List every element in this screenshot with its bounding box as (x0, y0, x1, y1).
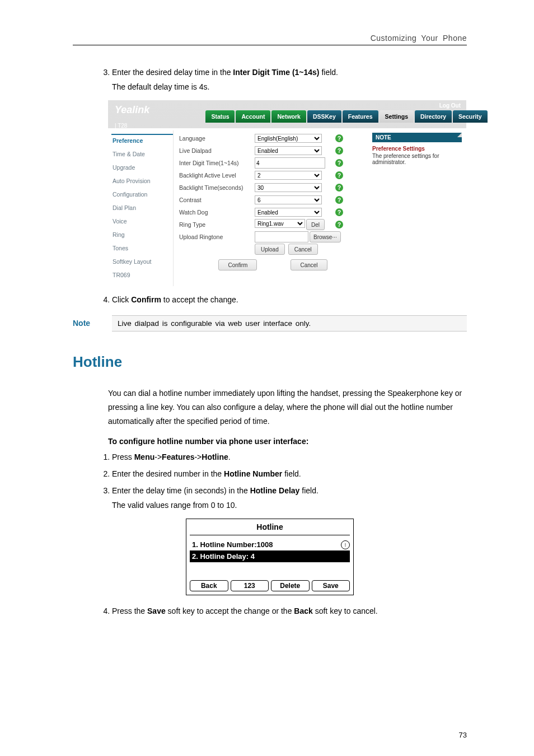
step3-sub: The default delay time is 4s. (112, 82, 467, 91)
sidebar-item-configuration[interactable]: Configuration (111, 189, 173, 200)
sidebar-item-auto-provision[interactable]: Auto Provision (111, 175, 173, 186)
help-icon[interactable]: ? (335, 159, 343, 167)
language-select[interactable]: English(English) (255, 134, 322, 143)
help-icon[interactable]: ? (335, 196, 343, 204)
tab-directory[interactable]: Directory (415, 110, 452, 123)
settings-main: Language English(English) ? Live Dialpad… (174, 130, 369, 286)
s2-post: field. (282, 469, 301, 478)
help-icon[interactable]: ? (335, 134, 343, 142)
s1-b2: Features (162, 452, 194, 461)
section-paragraph: You can dial a hotline number immediatel… (108, 386, 467, 429)
s3-sub: The valid values range from 0 to 10. (112, 501, 467, 510)
tab-account[interactable]: Account (236, 110, 270, 123)
contrast-select[interactable]: 6 (255, 195, 322, 204)
tab-dsskey[interactable]: DSSKey (307, 110, 341, 123)
sidebar-item-time-date[interactable]: Time & Date (111, 148, 173, 160)
sidebar-item-softkey-layout[interactable]: Softkey Layout (111, 256, 173, 267)
confirm-button[interactable]: Confirm (218, 259, 257, 270)
device-title: Hotline (190, 522, 350, 535)
sidebar-item-tr069[interactable]: TR069 (111, 269, 173, 281)
brand-model: T28 (118, 123, 127, 129)
ringtype-select[interactable]: Ring1.wav (255, 219, 305, 228)
upload-ringtone-path[interactable] (255, 231, 308, 242)
help-icon[interactable]: ? (335, 208, 343, 216)
step-4: Click Confirm to accept the change. (112, 295, 467, 304)
s3-post: field. (299, 486, 318, 495)
s2-b: Hotline Number (224, 469, 282, 478)
step3-post: field. (320, 68, 338, 77)
hotline-step-4: Press the Save soft key to accept the ch… (112, 606, 467, 615)
backlight-active-select[interactable]: 2 (255, 171, 322, 180)
watchdog-select[interactable]: Enabled (255, 208, 322, 217)
scroll-icon: ↕ (341, 540, 350, 549)
softkey-123[interactable]: 123 (231, 580, 269, 591)
softkey-save[interactable]: Save (312, 580, 350, 591)
tab-security[interactable]: Security (453, 110, 487, 123)
sidebar-item-ring[interactable]: Ring (111, 229, 173, 240)
inter-digit-input[interactable] (255, 157, 325, 169)
hotline-step-3: Enter the delay time (in seconds) in the… (112, 486, 467, 510)
tabs: Status Account Network DSSKey Features S… (205, 110, 487, 123)
s3-b: Hotline Delay (250, 486, 300, 495)
ringtype-label: Ring Type (179, 221, 255, 228)
help-icon[interactable]: ? (335, 221, 343, 228)
help-icon[interactable]: ? (335, 147, 343, 155)
note-bar: Note Live dialpad is configurable via we… (73, 315, 467, 331)
right-note-panel: NOTE Preference Settings The preference … (369, 130, 466, 286)
contrast-label: Contrast (179, 197, 255, 203)
upload-button[interactable]: Upload (255, 244, 285, 255)
tab-network[interactable]: Network (271, 110, 306, 123)
steps-list-upper: Enter the desired delay time in the Inte… (112, 68, 467, 91)
s1-mid2: -> (194, 452, 202, 461)
hotline-step-2: Enter the desired number in the Hotline … (112, 469, 467, 478)
page-header-text: Customizing Your Phone (371, 34, 467, 43)
live-dialpad-label: Live Dialpad (179, 147, 255, 154)
s1-post: . (228, 452, 231, 461)
softkey-delete[interactable]: Delete (271, 580, 310, 591)
live-dialpad-select[interactable]: Enabled (255, 146, 322, 155)
s3-pre: Enter the delay time (in seconds) in the (112, 486, 250, 495)
sidebar-item-dial-plan[interactable]: Dial Plan (111, 202, 173, 213)
s4-b1: Save (147, 606, 166, 615)
tab-settings[interactable]: Settings (380, 110, 414, 123)
tab-features[interactable]: Features (343, 110, 378, 123)
s1-mid1: -> (154, 452, 162, 461)
page-number: 73 (459, 731, 467, 739)
tab-status[interactable]: Status (205, 110, 235, 123)
s1-b3: Hotline (202, 452, 228, 461)
help-icon[interactable]: ? (335, 184, 343, 192)
sidebar-item-upgrade[interactable]: Upgrade (111, 162, 173, 173)
step4-pre: Click (112, 295, 131, 304)
backlight-time-select[interactable]: 30 (255, 183, 322, 192)
note-body-text: Live dialpad is configurable via web use… (112, 315, 467, 332)
sidebar-item-tones[interactable]: Tones (111, 242, 173, 254)
logout-link[interactable]: Log Out (439, 102, 461, 109)
upload-cancel-button[interactable]: Cancel (288, 244, 318, 255)
note-box: NOTE (372, 133, 462, 142)
language-label: Language (179, 135, 255, 142)
brand: Yealink | T28 (113, 104, 149, 129)
hotline-step-1: Press Menu->Features->Hotline. (112, 452, 467, 461)
steps-list-hotline: Press Menu->Features->Hotline. Enter the… (112, 452, 467, 510)
note-label: Note (73, 319, 112, 328)
note-title: Preference Settings (372, 146, 462, 152)
ringtype-del-button[interactable]: Del (306, 219, 325, 230)
step3-bold: Inter Digit Time (1~14s) (233, 68, 319, 77)
upload-ringtone-label: Upload Ringtone (179, 234, 255, 240)
watchdog-label: Watch Dog (179, 209, 255, 216)
s4-pre: Press the (112, 606, 147, 615)
help-icon[interactable]: ? (335, 171, 343, 179)
browse-button[interactable]: Browse··· (310, 231, 341, 242)
sidebar-item-voice[interactable]: Voice (111, 216, 173, 227)
step-3: Enter the desired delay time in the Inte… (112, 68, 467, 91)
s4-mid: soft key to accept the change or the (166, 606, 294, 615)
softkey-back[interactable]: Back (190, 580, 228, 591)
s4-b2: Back (294, 606, 312, 615)
step3-pre: Enter the desired delay time in the (112, 68, 233, 77)
step4-post: to accept the change. (161, 295, 238, 304)
sidebar-item-preference[interactable]: Preference (111, 134, 173, 146)
cancel-button[interactable]: Cancel (291, 259, 327, 270)
device-row-1: 1. Hotline Number:1008 (190, 539, 350, 550)
steps-list-hotline-4: Press the Save soft key to accept the ch… (112, 606, 467, 615)
device-screenshot: Hotline 1. Hotline Number:1008 ↕ 2. Hotl… (186, 519, 354, 595)
